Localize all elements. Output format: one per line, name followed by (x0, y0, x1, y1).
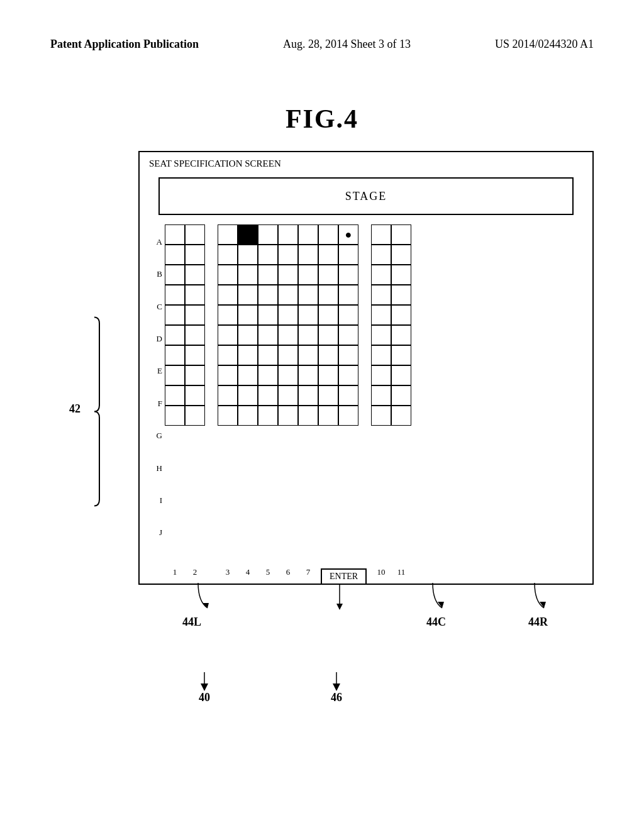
seat-G9[interactable] (338, 345, 358, 365)
seat-D11[interactable] (391, 285, 411, 305)
seat-E6[interactable] (278, 305, 298, 325)
seat-F4[interactable] (238, 325, 258, 345)
seat-D10[interactable] (371, 285, 391, 305)
seat-H9[interactable] (338, 365, 358, 385)
seat-B2[interactable] (185, 245, 205, 265)
seat-G6[interactable] (278, 345, 298, 365)
seat-A8[interactable] (318, 224, 338, 245)
seat-F10[interactable] (371, 325, 391, 345)
seat-C6[interactable] (278, 265, 298, 285)
seat-G7[interactable] (298, 345, 318, 365)
seat-J10[interactable] (371, 406, 391, 426)
seat-D8[interactable] (318, 285, 338, 305)
seat-J11[interactable] (391, 406, 411, 426)
seat-G3[interactable] (218, 345, 238, 365)
seat-I5[interactable] (258, 385, 278, 406)
seat-J6[interactable] (278, 406, 298, 426)
seat-F7[interactable] (298, 325, 318, 345)
seat-G1[interactable] (165, 345, 185, 365)
seat-A7[interactable] (298, 224, 318, 245)
seat-H11[interactable] (391, 365, 411, 385)
seat-A5[interactable] (258, 224, 278, 245)
seat-B6[interactable] (278, 245, 298, 265)
seat-I3[interactable] (218, 385, 238, 406)
seat-G2[interactable] (185, 345, 205, 365)
seat-A11[interactable] (391, 224, 411, 245)
enter-button[interactable]: ENTER (321, 568, 367, 585)
seat-I4[interactable] (238, 385, 258, 406)
seat-I9[interactable] (338, 385, 358, 406)
seat-D4[interactable] (238, 285, 258, 305)
seat-C2[interactable] (185, 265, 205, 285)
seat-E3[interactable] (218, 305, 238, 325)
seat-H8[interactable] (318, 365, 338, 385)
seat-C7[interactable] (298, 265, 318, 285)
seat-F1[interactable] (165, 325, 185, 345)
seat-C3[interactable] (218, 265, 238, 285)
seat-F6[interactable] (278, 325, 298, 345)
seat-A2[interactable] (185, 224, 205, 245)
seat-G4[interactable] (238, 345, 258, 365)
seat-A3[interactable] (218, 224, 238, 245)
seat-E7[interactable] (298, 305, 318, 325)
seat-H2[interactable] (185, 365, 205, 385)
seat-A9[interactable] (338, 224, 358, 245)
seat-G11[interactable] (391, 345, 411, 365)
seat-F3[interactable] (218, 325, 238, 345)
seat-B9[interactable] (338, 245, 358, 265)
seat-C5[interactable] (258, 265, 278, 285)
seat-H3[interactable] (218, 365, 238, 385)
seat-I1[interactable] (165, 385, 185, 406)
seat-B11[interactable] (391, 245, 411, 265)
seat-B1[interactable] (165, 245, 185, 265)
seat-G10[interactable] (371, 345, 391, 365)
seat-C1[interactable] (165, 265, 185, 285)
seat-J8[interactable] (318, 406, 338, 426)
seat-H5[interactable] (258, 365, 278, 385)
seat-F11[interactable] (391, 325, 411, 345)
seat-I6[interactable] (278, 385, 298, 406)
seat-A6[interactable] (278, 224, 298, 245)
seat-D9[interactable] (338, 285, 358, 305)
seat-E2[interactable] (185, 305, 205, 325)
seat-B7[interactable] (298, 245, 318, 265)
seat-C10[interactable] (371, 265, 391, 285)
seat-H7[interactable] (298, 365, 318, 385)
seat-G5[interactable] (258, 345, 278, 365)
seat-H6[interactable] (278, 365, 298, 385)
seat-F8[interactable] (318, 325, 338, 345)
seat-A4[interactable] (238, 224, 258, 245)
seat-I8[interactable] (318, 385, 338, 406)
seat-F9[interactable] (338, 325, 358, 345)
seat-G8[interactable] (318, 345, 338, 365)
seat-D5[interactable] (258, 285, 278, 305)
seat-A1[interactable] (165, 224, 185, 245)
seat-B8[interactable] (318, 245, 338, 265)
seat-E1[interactable] (165, 305, 185, 325)
seat-E10[interactable] (371, 305, 391, 325)
seat-I11[interactable] (391, 385, 411, 406)
seat-H10[interactable] (371, 365, 391, 385)
seat-E11[interactable] (391, 305, 411, 325)
seat-C8[interactable] (318, 265, 338, 285)
seat-I7[interactable] (298, 385, 318, 406)
seat-J4[interactable] (238, 406, 258, 426)
seat-H1[interactable] (165, 365, 185, 385)
seat-H4[interactable] (238, 365, 258, 385)
seat-D1[interactable] (165, 285, 185, 305)
seat-D2[interactable] (185, 285, 205, 305)
seat-J7[interactable] (298, 406, 318, 426)
seat-J2[interactable] (185, 406, 205, 426)
seat-D6[interactable] (278, 285, 298, 305)
seat-C11[interactable] (391, 265, 411, 285)
seat-B10[interactable] (371, 245, 391, 265)
seat-I2[interactable] (185, 385, 205, 406)
seat-A10[interactable] (371, 224, 391, 245)
seat-E9[interactable] (338, 305, 358, 325)
seat-C4[interactable] (238, 265, 258, 285)
seat-B4[interactable] (238, 245, 258, 265)
seat-B3[interactable] (218, 245, 238, 265)
seat-B5[interactable] (258, 245, 278, 265)
seat-C9[interactable] (338, 265, 358, 285)
seat-D3[interactable] (218, 285, 238, 305)
